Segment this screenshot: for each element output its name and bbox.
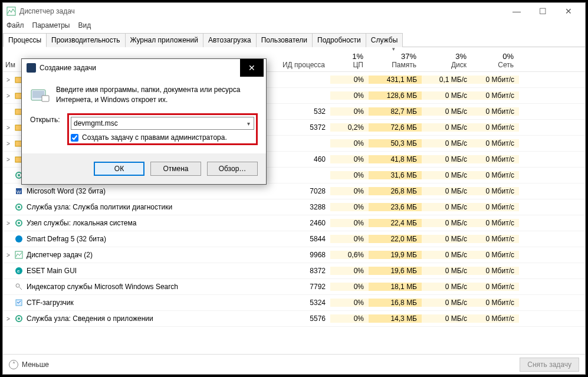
cell-pid: 460 bbox=[274, 155, 330, 163]
svg-point-23 bbox=[18, 317, 20, 320]
menu-options[interactable]: Параметры bbox=[32, 21, 70, 29]
process-name: Индексатор службы Microsoft Windows Sear… bbox=[24, 283, 274, 291]
tab-performance[interactable]: Производительность bbox=[46, 33, 125, 47]
table-row[interactable]: CTF-загрузчик53240%16,8 МБ0 МБ/с0 Мбит/c bbox=[3, 295, 585, 311]
dialog-icon bbox=[27, 63, 36, 73]
table-row[interactable]: eESET Main GUI83720%19,6 МБ0 МБ/с0 Мбит/… bbox=[3, 263, 585, 279]
svg-line-20 bbox=[19, 287, 22, 290]
tab-app-history[interactable]: Журнал приложений bbox=[125, 33, 203, 47]
cell-network: 0 Мбит/c bbox=[472, 171, 519, 179]
taskmgr-icon bbox=[6, 6, 16, 16]
process-icon bbox=[14, 202, 24, 212]
header-cpu[interactable]: 1%ЦП bbox=[330, 47, 369, 71]
cell-disk: 0 МБ/с bbox=[422, 299, 472, 307]
expand-icon[interactable]: > bbox=[3, 220, 14, 227]
fewer-details[interactable]: ˄ Меньше bbox=[9, 360, 49, 369]
process-icon bbox=[14, 282, 24, 291]
cell-cpu: 0% bbox=[330, 299, 369, 307]
cell-pid: 9968 bbox=[274, 251, 330, 259]
cell-network: 0 Мбит/c bbox=[472, 251, 519, 259]
create-task-dialog: Создание задачи ✕ Введите имя программы,… bbox=[21, 58, 267, 185]
process-icon bbox=[14, 234, 24, 244]
cell-pid: 5844 bbox=[274, 235, 330, 243]
expand-icon[interactable]: > bbox=[3, 156, 14, 163]
expand-icon[interactable]: > bbox=[3, 93, 14, 99]
cell-network: 0 Мбит/c bbox=[472, 235, 519, 243]
admin-checkbox[interactable] bbox=[71, 134, 78, 142]
cell-cpu: 0,6% bbox=[330, 251, 369, 259]
browse-button[interactable]: Обзор… bbox=[207, 162, 258, 176]
cell-pid: 532 bbox=[274, 107, 330, 116]
maximize-button[interactable]: ☐ bbox=[530, 3, 556, 19]
menu-file[interactable]: Файл bbox=[6, 21, 24, 29]
cell-memory: 26,8 МБ bbox=[369, 187, 422, 195]
cell-disk: 0 МБ/с bbox=[422, 91, 472, 100]
cell-memory: 72,6 МБ bbox=[369, 123, 422, 132]
close-button[interactable]: ✕ bbox=[556, 3, 582, 19]
dialog-buttons: ОК Отмена Обзор… bbox=[22, 153, 266, 184]
tab-details[interactable]: Подробности bbox=[312, 33, 366, 47]
dialog-close-button[interactable]: ✕ bbox=[240, 59, 264, 77]
admin-checkbox-row[interactable]: Создать задачу с правами администратора. bbox=[71, 133, 254, 142]
svg-point-8 bbox=[18, 174, 20, 176]
minimize-button[interactable]: — bbox=[504, 3, 530, 19]
process-name: Microsoft Word (32 бита) bbox=[24, 187, 274, 195]
expand-icon[interactable]: > bbox=[3, 140, 14, 147]
open-combobox[interactable]: devmgmt.msc bbox=[71, 117, 254, 130]
table-row[interactable]: >Служба узла: Сведения о приложении55760… bbox=[3, 311, 585, 327]
cell-network: 0 Мбит/c bbox=[472, 203, 519, 211]
header-network[interactable]: 0%Сеть bbox=[472, 47, 519, 71]
cell-cpu: 0% bbox=[330, 267, 369, 275]
expand-icon[interactable]: > bbox=[3, 124, 14, 131]
table-row[interactable]: >Узел службы: локальная система24600%22,… bbox=[3, 215, 585, 231]
cell-disk: 0,1 МБ/с bbox=[422, 76, 472, 84]
cell-pid: 3288 bbox=[274, 203, 330, 211]
cell-network: 0 Мбит/c bbox=[472, 219, 519, 227]
tab-users[interactable]: Пользователи bbox=[256, 33, 313, 47]
cell-network: 0 Мбит/c bbox=[472, 76, 519, 84]
cell-memory: 19,6 МБ bbox=[369, 267, 422, 275]
window-title: Диспетчер задач bbox=[19, 7, 504, 15]
cell-memory: 128,6 МБ bbox=[369, 91, 422, 100]
process-name: Служба узла: Сведения о приложении bbox=[24, 314, 274, 323]
table-row[interactable]: Индексатор службы Microsoft Windows Sear… bbox=[3, 279, 585, 295]
table-row[interactable]: Smart Defrag 5 (32 бита)58440%22,0 МБ0 М… bbox=[3, 231, 585, 247]
process-name: Диспетчер задач (2) bbox=[24, 251, 274, 259]
ok-button[interactable]: ОК bbox=[94, 162, 144, 176]
titlebar[interactable]: Диспетчер задач — ☐ ✕ bbox=[3, 3, 585, 19]
tab-services[interactable]: Службы bbox=[366, 33, 403, 47]
svg-rect-26 bbox=[42, 96, 49, 101]
table-row[interactable]: WMicrosoft Word (32 бита)70280%26,8 МБ0 … bbox=[3, 183, 585, 199]
dialog-titlebar[interactable]: Создание задачи ✕ bbox=[22, 59, 266, 77]
cell-cpu: 0% bbox=[330, 203, 369, 211]
menu-view[interactable]: Вид bbox=[78, 21, 91, 29]
cell-disk: 0 МБ/с bbox=[422, 107, 472, 116]
expand-icon[interactable]: > bbox=[3, 316, 14, 322]
table-row[interactable]: >Диспетчер задач (2)99680,6%19,9 МБ0 МБ/… bbox=[3, 247, 585, 263]
tab-startup[interactable]: Автозагрузка bbox=[203, 33, 257, 47]
cell-memory: 16,8 МБ bbox=[369, 299, 422, 307]
cell-pid: 5372 bbox=[274, 123, 330, 132]
table-row[interactable]: Служба узла: Служба политики диагностики… bbox=[3, 199, 585, 215]
tabs: Процессы Производительность Журнал прило… bbox=[3, 32, 585, 47]
end-task-button[interactable]: Снять задачу bbox=[520, 358, 579, 372]
cell-network: 0 Мбит/c bbox=[472, 314, 519, 323]
cell-memory: 41,8 МБ bbox=[369, 155, 422, 163]
process-icon bbox=[14, 250, 24, 260]
cancel-button[interactable]: Отмена bbox=[150, 162, 201, 176]
chevron-up-icon: ˄ bbox=[9, 360, 18, 369]
header-pid[interactable]: ИД процесса bbox=[274, 47, 330, 71]
cell-disk: 0 МБ/с bbox=[422, 155, 472, 163]
expand-icon[interactable]: > bbox=[3, 252, 14, 258]
cell-cpu: 0% bbox=[330, 171, 369, 179]
expand-icon[interactable]: > bbox=[3, 77, 14, 83]
cell-disk: 0 МБ/с bbox=[422, 314, 472, 323]
process-name: CTF-загрузчик bbox=[24, 299, 274, 307]
cell-disk: 0 МБ/с bbox=[422, 187, 472, 195]
header-memory[interactable]: ▾37%Память bbox=[369, 47, 422, 71]
cell-memory: 18,1 МБ bbox=[369, 283, 422, 291]
dialog-instruction: Введите имя программы, папки, документа … bbox=[56, 85, 258, 105]
cell-network: 0 Мбит/c bbox=[472, 283, 519, 291]
tab-processes[interactable]: Процессы bbox=[3, 33, 47, 47]
header-disk[interactable]: 3%Диск bbox=[422, 47, 472, 71]
